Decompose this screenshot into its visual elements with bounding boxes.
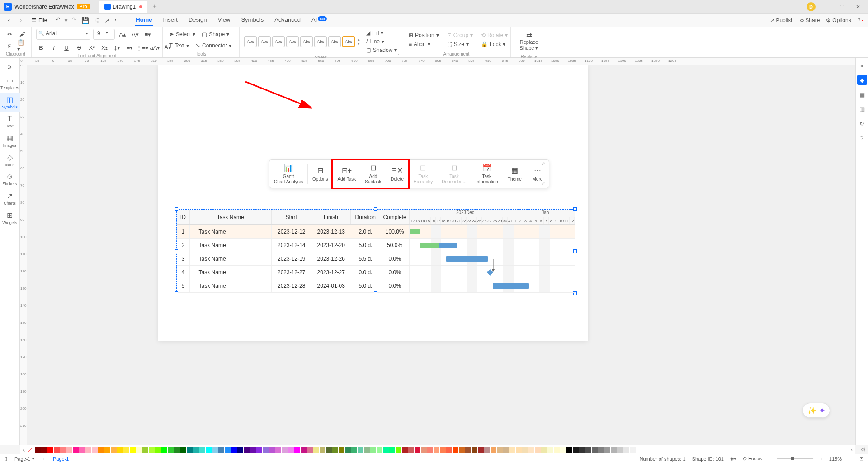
canvas-area[interactable]: ⇗ ⤢ 📊GanttChart Analysis⊟Options⊟+Add Ta… bbox=[27, 65, 855, 445]
color-swatch[interactable] bbox=[269, 447, 275, 453]
list-spacing-button[interactable]: ≡▾ bbox=[125, 42, 135, 52]
color-swatch[interactable] bbox=[326, 447, 332, 453]
color-swatch[interactable] bbox=[402, 447, 408, 453]
redo-button[interactable]: ↷ bbox=[71, 16, 77, 24]
color-swatch[interactable] bbox=[592, 447, 598, 453]
color-swatch[interactable] bbox=[585, 447, 591, 453]
fullscreen-button[interactable]: ⊡ bbox=[859, 456, 863, 462]
color-swatch[interactable] bbox=[351, 447, 357, 453]
superscript-button[interactable]: X² bbox=[87, 42, 97, 52]
color-swatch[interactable] bbox=[168, 447, 174, 453]
color-swatch[interactable] bbox=[73, 447, 79, 453]
color-swatch[interactable] bbox=[503, 447, 509, 453]
style-preset-3[interactable]: Abc bbox=[272, 36, 285, 47]
color-swatch[interactable] bbox=[250, 447, 256, 453]
sidebar-item-charts[interactable]: ↗Charts bbox=[0, 189, 20, 208]
color-swatch[interactable] bbox=[427, 447, 433, 453]
decrease-font-button[interactable]: A▾ bbox=[130, 29, 140, 39]
color-swatch[interactable] bbox=[535, 447, 541, 453]
gantt-theme-button[interactable]: ▦Theme bbox=[503, 160, 526, 188]
collapse-right-panel-button[interactable]: « bbox=[857, 61, 867, 70]
options-button[interactable]: ⚙Options bbox=[826, 17, 851, 23]
color-swatch[interactable] bbox=[79, 447, 85, 453]
color-swatch[interactable] bbox=[85, 447, 91, 453]
style-preset-7[interactable]: Abc bbox=[328, 36, 341, 47]
color-swatch[interactable] bbox=[573, 447, 579, 453]
color-swatch[interactable] bbox=[636, 447, 642, 453]
gantt-column-header[interactable]: Duration bbox=[351, 210, 380, 224]
size-button[interactable]: ⬚Size▾ bbox=[445, 40, 475, 48]
dropdown-icon[interactable]: ▾ bbox=[114, 17, 117, 24]
sidebar-item-symbols[interactable]: ◫Symbols bbox=[0, 93, 20, 112]
save-icon[interactable]: 💾 bbox=[81, 17, 89, 24]
font-dialog-launcher[interactable]: ⌐ bbox=[159, 51, 161, 56]
color-swatch[interactable] bbox=[541, 447, 547, 453]
color-swatch[interactable] bbox=[47, 447, 53, 453]
tab-ai[interactable]: AIhot bbox=[311, 14, 327, 26]
gantt-add-subtask-button[interactable]: ⊟AddSubtask bbox=[360, 160, 386, 188]
color-swatch[interactable] bbox=[54, 447, 60, 453]
color-swatch[interactable] bbox=[41, 447, 47, 453]
gantt-bar[interactable] bbox=[493, 283, 529, 289]
color-swatch[interactable] bbox=[174, 447, 180, 453]
tab-home[interactable]: Home bbox=[135, 14, 153, 26]
back-button[interactable]: ‹ bbox=[5, 16, 14, 25]
zoom-in-button[interactable]: + bbox=[820, 456, 822, 462]
sidebar-item-images[interactable]: ▦Images bbox=[0, 131, 20, 150]
color-swatch[interactable] bbox=[161, 447, 167, 453]
align-button[interactable]: ≡▾ bbox=[143, 29, 153, 39]
color-swatch[interactable] bbox=[396, 447, 401, 453]
zoom-level-label[interactable]: 115% bbox=[829, 456, 842, 462]
style-preset-8[interactable]: Abc bbox=[342, 36, 355, 47]
italic-button[interactable]: I bbox=[49, 42, 59, 52]
palette-prev-button[interactable]: ‹ bbox=[23, 446, 25, 454]
color-swatch[interactable] bbox=[497, 447, 503, 453]
underline-button[interactable]: U bbox=[61, 42, 71, 52]
color-swatch[interactable] bbox=[484, 447, 490, 453]
color-swatch[interactable] bbox=[332, 447, 338, 453]
tab-view[interactable]: View bbox=[217, 14, 231, 26]
settings-gear-icon[interactable]: ⚙ bbox=[860, 446, 866, 453]
font-name-select[interactable]: Arial▾ bbox=[36, 29, 90, 40]
palette-next-button[interactable]: › bbox=[851, 447, 853, 453]
format-panel-button[interactable]: ◆ bbox=[857, 75, 867, 85]
zoom-thumb[interactable] bbox=[791, 457, 794, 460]
color-swatch[interactable] bbox=[288, 447, 294, 453]
style-preset-5[interactable]: Abc bbox=[300, 36, 313, 47]
fit-page-button[interactable]: ⛶ bbox=[848, 456, 853, 462]
color-swatch[interactable] bbox=[98, 447, 104, 453]
tab-design[interactable]: Design bbox=[188, 14, 208, 26]
color-swatch[interactable] bbox=[434, 447, 439, 453]
gantt-options-button[interactable]: ⊟Options bbox=[308, 160, 332, 188]
color-swatch[interactable] bbox=[149, 447, 155, 453]
paste-button[interactable]: 📋▾ bbox=[17, 41, 27, 51]
color-swatch[interactable] bbox=[630, 447, 636, 453]
color-swatch[interactable] bbox=[123, 447, 129, 453]
layers-panel-button[interactable]: ▥ bbox=[857, 104, 867, 114]
sidebar-item-icons[interactable]: ◇Icons bbox=[0, 150, 20, 170]
gantt-gantt-chart-analysis-button[interactable]: 📊GanttChart Analysis bbox=[269, 160, 307, 188]
toolbar-pin-icon[interactable]: ⇗ bbox=[542, 161, 547, 167]
toolbar-more-icon[interactable]: ⤢ bbox=[542, 181, 547, 187]
undo-button[interactable]: ↶ bbox=[55, 16, 61, 24]
color-swatch[interactable] bbox=[199, 447, 205, 453]
color-swatch[interactable] bbox=[465, 447, 471, 453]
selection-handle[interactable] bbox=[175, 207, 178, 211]
help-panel-button[interactable]: ? bbox=[857, 133, 867, 143]
color-swatch[interactable] bbox=[598, 447, 604, 453]
gantt-column-header[interactable]: Task Name bbox=[190, 210, 272, 224]
color-swatch[interactable] bbox=[142, 447, 148, 453]
color-swatch[interactable] bbox=[421, 447, 427, 453]
color-swatch[interactable] bbox=[256, 447, 262, 453]
history-panel-button[interactable]: ↻ bbox=[857, 118, 867, 128]
color-swatch[interactable] bbox=[275, 447, 281, 453]
color-swatch[interactable] bbox=[579, 447, 585, 453]
color-swatch[interactable] bbox=[566, 447, 572, 453]
group-button[interactable]: ⊡Group▾ bbox=[445, 31, 475, 39]
color-swatch[interactable] bbox=[528, 447, 534, 453]
color-swatch[interactable] bbox=[440, 447, 446, 453]
gantt-chart-shape[interactable]: IDTask NameStartFinishDurationComplete 1… bbox=[176, 209, 575, 293]
align-arrange-button[interactable]: ≡Align▾ bbox=[407, 40, 441, 48]
color-swatch[interactable] bbox=[263, 447, 269, 453]
style-gallery-more[interactable]: ▴▾ bbox=[358, 37, 360, 46]
